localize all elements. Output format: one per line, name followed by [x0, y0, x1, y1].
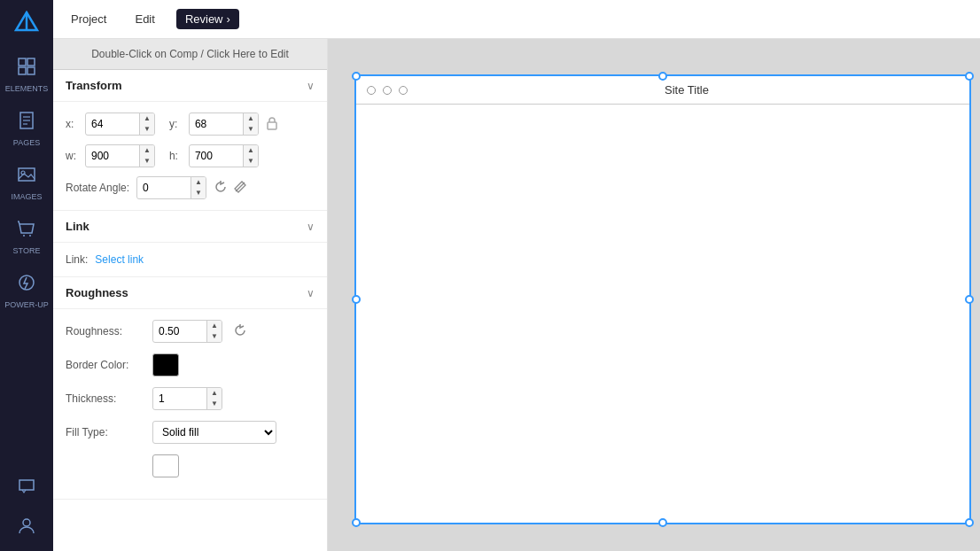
rotate-cw-icon[interactable] [214, 180, 228, 197]
transform-content: x: ▲ ▼ y: ▲ ▼ [53, 102, 327, 211]
sidebar-item-pages[interactable]: PAGES [0, 104, 53, 154]
w-spin: ▲ ▼ [139, 145, 154, 167]
topnav: Project Edit Review › [53, 0, 980, 39]
properties-panel: Double-Click on Comp / Click Here to Edi… [53, 39, 328, 551]
h-input-wrapper: ▲ ▼ [189, 144, 259, 167]
border-color-swatch[interactable] [152, 353, 179, 376]
site-title: Site Title [415, 83, 959, 97]
y-spin-down[interactable]: ▼ [244, 124, 258, 135]
logo[interactable] [11, 7, 43, 39]
rotate-icons [214, 180, 247, 197]
user-icon [17, 516, 36, 537]
link-value[interactable]: Select link [95, 253, 144, 266]
sidebar-item-user[interactable] [0, 508, 53, 544]
handle-mr[interactable] [965, 295, 974, 304]
roughness-input[interactable] [153, 322, 206, 341]
rotate-row: Rotate Angle: ▲ ▼ [66, 176, 315, 199]
roughness-section-header[interactable]: Roughness ∨ [53, 277, 327, 309]
handle-br[interactable] [965, 518, 974, 527]
h-label: h: [169, 150, 182, 162]
canvas-area[interactable]: Site Title [328, 39, 980, 551]
rotate-spin-up[interactable]: ▲ [191, 177, 206, 188]
y-spin-up[interactable]: ▲ [244, 113, 258, 124]
main-area: Project Edit Review › Double-Click on Co… [53, 0, 980, 551]
link-row: Link: Select link [53, 243, 327, 277]
y-input-wrapper: ▲ ▼ [189, 113, 259, 136]
rotate-input-wrapper: ▲ ▼ [136, 176, 206, 199]
x-spin-down[interactable]: ▼ [140, 124, 154, 135]
roughness-chevron: ∨ [307, 287, 315, 299]
thickness-row: Thickness: ▲ ▼ [66, 387, 315, 410]
thickness-spin: ▲ ▼ [206, 388, 222, 409]
y-input[interactable] [190, 114, 243, 134]
browser-dot-3 [399, 86, 408, 95]
y-label: y: [169, 118, 182, 130]
roughness-title: Roughness [66, 286, 128, 299]
w-input[interactable] [86, 146, 139, 166]
roughness-spin-down[interactable]: ▼ [207, 331, 222, 342]
sidebar-item-pages-label: PAGES [13, 138, 40, 147]
x-label: x: [66, 118, 78, 130]
handle-tr[interactable] [965, 72, 974, 81]
svg-point-12 [23, 235, 25, 237]
content-area: Double-Click on Comp / Click Here to Edi… [53, 39, 980, 551]
sidebar-item-store[interactable]: STORE [0, 212, 53, 262]
sidebar-item-elements[interactable]: ELEMENTS [0, 50, 53, 100]
handle-ml[interactable] [352, 295, 361, 304]
thickness-spin-down[interactable]: ▼ [207, 399, 222, 409]
link-section-header[interactable]: Link ∨ [53, 211, 327, 243]
handle-tm[interactable] [658, 72, 667, 81]
y-spin: ▲ ▼ [243, 113, 258, 135]
fill-type-select[interactable]: Solid fill None Hachure Cross-Hatch [152, 421, 276, 444]
w-spin-down[interactable]: ▼ [140, 156, 154, 167]
roughness-spin-up[interactable]: ▲ [207, 321, 222, 331]
nav-edit[interactable]: Edit [128, 9, 161, 29]
link-chevron: ∨ [307, 221, 315, 233]
fill-color-row [66, 454, 315, 477]
handle-bm[interactable] [658, 518, 667, 527]
nav-review[interactable]: Review › [176, 9, 239, 29]
handle-tl[interactable] [352, 72, 361, 81]
svg-rect-4 [19, 67, 26, 74]
roughness-label: Roughness: [66, 325, 145, 338]
rotate-input[interactable] [137, 178, 191, 198]
sidebar-item-elements-label: ELEMENTS [5, 84, 49, 93]
thickness-spin-up[interactable]: ▲ [207, 388, 222, 399]
thickness-input[interactable] [153, 389, 206, 408]
h-input[interactable] [190, 146, 243, 166]
rotate-spin: ▲ ▼ [191, 177, 206, 198]
w-label: w: [66, 150, 78, 162]
svg-rect-3 [27, 58, 35, 66]
link-title: Link [66, 220, 89, 233]
x-spin: ▲ ▼ [139, 113, 154, 135]
sidebar: ELEMENTS PAGES IMAGES [0, 0, 53, 551]
transform-chevron: ∨ [307, 80, 315, 92]
lock-icon[interactable] [266, 116, 278, 133]
xy-row: x: ▲ ▼ y: ▲ ▼ [66, 113, 315, 136]
sidebar-item-powerup[interactable]: POWER-UP [0, 266, 53, 316]
sidebar-item-images[interactable]: IMAGES [0, 158, 53, 208]
double-click-bar[interactable]: Double-Click on Comp / Click Here to Edi… [53, 39, 327, 70]
x-spin-up[interactable]: ▲ [140, 113, 154, 124]
roughness-input-wrapper: ▲ ▼ [152, 320, 222, 343]
fill-color-swatch[interactable] [152, 454, 179, 477]
x-input-wrapper: ▲ ▼ [85, 113, 155, 136]
elements-icon [17, 57, 36, 81]
transform-section-header[interactable]: Transform ∨ [53, 70, 327, 102]
h-spin-down[interactable]: ▼ [244, 156, 258, 167]
transform-title: Transform [66, 79, 122, 92]
svg-rect-10 [19, 168, 35, 181]
h-spin-up[interactable]: ▲ [244, 145, 258, 156]
handle-bl[interactable] [352, 518, 361, 527]
browser-dot-2 [383, 86, 392, 95]
rotate-spin-down[interactable]: ▼ [191, 188, 206, 198]
canvas-content: Site Title [354, 74, 971, 524]
svg-point-13 [29, 235, 31, 237]
w-spin-up[interactable]: ▲ [140, 145, 154, 156]
nav-project[interactable]: Project [64, 9, 113, 29]
link-label: Link: [66, 253, 88, 266]
x-input[interactable] [86, 114, 139, 134]
eraser-icon[interactable] [233, 180, 247, 197]
roughness-refresh-icon[interactable] [233, 323, 247, 340]
sidebar-item-chat[interactable] [0, 470, 53, 505]
